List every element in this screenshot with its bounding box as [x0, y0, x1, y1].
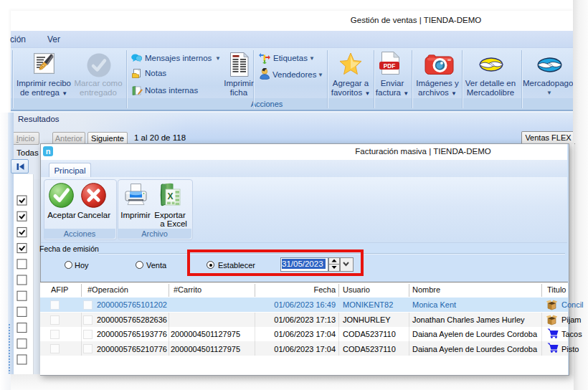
svg-text:X: X: [167, 191, 173, 201]
svg-text:PDF: PDF: [384, 63, 395, 70]
